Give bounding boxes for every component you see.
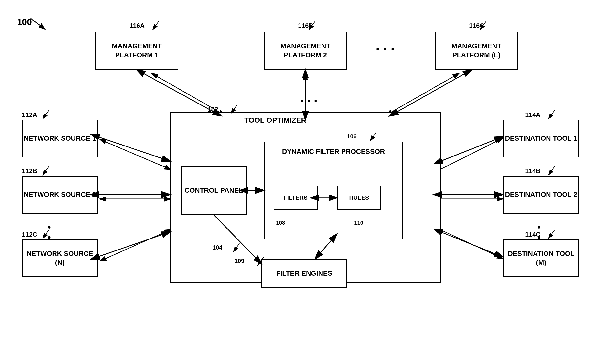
destination-tool-m-box: DESTINATION TOOL (M) <box>503 239 579 277</box>
svg-line-54 <box>137 70 215 113</box>
network-source-n-label: NETWORK SOURCE (N) <box>23 249 97 267</box>
svg-line-27 <box>43 110 49 119</box>
ref-102: 102 <box>208 106 218 113</box>
network-source-1-label: NETWORK SOURCE 1 <box>24 134 96 143</box>
svg-line-48 <box>98 137 170 161</box>
ref-112c: 112C <box>22 231 37 238</box>
svg-line-56 <box>396 70 472 113</box>
svg-line-41 <box>233 243 239 252</box>
svg-line-43 <box>370 132 376 141</box>
svg-line-4 <box>105 142 171 170</box>
tool-optimizer-label: TOOL OPTIMIZER <box>244 116 306 124</box>
filters-box: FILTERS <box>274 185 318 210</box>
ref-114c: 114C <box>525 231 540 238</box>
destination-tool-1-label: DESTINATION TOOL 1 <box>505 134 577 143</box>
svg-line-6 <box>105 230 171 259</box>
ref-106: 106 <box>347 133 357 140</box>
svg-line-35 <box>548 167 555 175</box>
ref-108: 108 <box>276 220 285 226</box>
top-dots: • • • <box>301 96 318 105</box>
dynamic-filter-processor-label: DYNAMIC FILTER PROCESSOR <box>265 147 402 156</box>
management-platform-1-box: MANAGEMENT PLATFORM 1 <box>95 32 178 70</box>
management-platform-2-box: MANAGEMENT PLATFORM 2 <box>264 32 347 70</box>
ref-114b: 114B <box>525 167 540 175</box>
svg-line-29 <box>43 167 49 175</box>
svg-line-21 <box>153 21 159 30</box>
management-platform-1-label: MANAGEMENT PLATFORM 1 <box>96 42 178 60</box>
ref-104: 104 <box>213 244 222 251</box>
svg-line-12 <box>391 73 459 112</box>
destination-tool-1-box: DESTINATION TOOL 1 <box>503 120 579 157</box>
svg-line-53 <box>441 232 503 257</box>
network-source-n-box: NETWORK SOURCE (N) <box>22 239 98 277</box>
ref-109: 109 <box>235 258 244 264</box>
ref-116a: 116A <box>130 22 145 29</box>
management-platform-l-box: MANAGEMENT PLATFORM (L) <box>435 32 518 70</box>
ref-112b: 112B <box>22 167 37 175</box>
rules-box: RULES <box>337 185 381 210</box>
svg-line-19 <box>30 18 45 29</box>
rules-label: RULES <box>349 194 369 201</box>
svg-line-33 <box>548 110 555 119</box>
destination-tool-m-label: DESTINATION TOOL (M) <box>504 249 578 267</box>
filters-label: FILTERS <box>284 194 307 201</box>
svg-line-31 <box>43 230 49 238</box>
network-source-1-box: NETWORK SOURCE 1 <box>22 120 98 157</box>
destination-tool-2-label: DESTINATION TOOL 2 <box>505 190 577 199</box>
ref-110: 110 <box>354 220 363 226</box>
svg-line-39 <box>231 105 237 114</box>
svg-line-37 <box>548 230 555 238</box>
network-source-2-label: NETWORK SOURCE 2 <box>24 190 96 199</box>
svg-line-25 <box>480 21 486 30</box>
svg-line-45 <box>258 257 264 265</box>
control-panel-label: CONTROL PANEL <box>185 186 243 195</box>
svg-line-50 <box>98 232 170 257</box>
ref-114a: 114A <box>525 111 540 119</box>
svg-line-7 <box>440 138 503 170</box>
network-source-2-box: NETWORK SOURCE 2 <box>22 176 98 214</box>
filter-engines-label: FILTER ENGINES <box>276 269 332 278</box>
destination-tool-2-box: DESTINATION TOOL 2 <box>503 176 579 214</box>
mgmt-dots: • • • <box>376 44 395 54</box>
filter-engines-box: FILTER ENGINES <box>261 259 347 288</box>
control-panel-box: CONTROL PANEL <box>181 166 247 215</box>
ref-112a: 112A <box>22 111 37 119</box>
svg-line-23 <box>309 21 315 30</box>
management-platform-2-label: MANAGEMENT PLATFORM 2 <box>265 42 346 60</box>
svg-line-9 <box>440 230 503 259</box>
management-platform-l-label: MANAGEMENT PLATFORM (L) <box>436 42 517 60</box>
svg-line-51 <box>441 137 503 161</box>
